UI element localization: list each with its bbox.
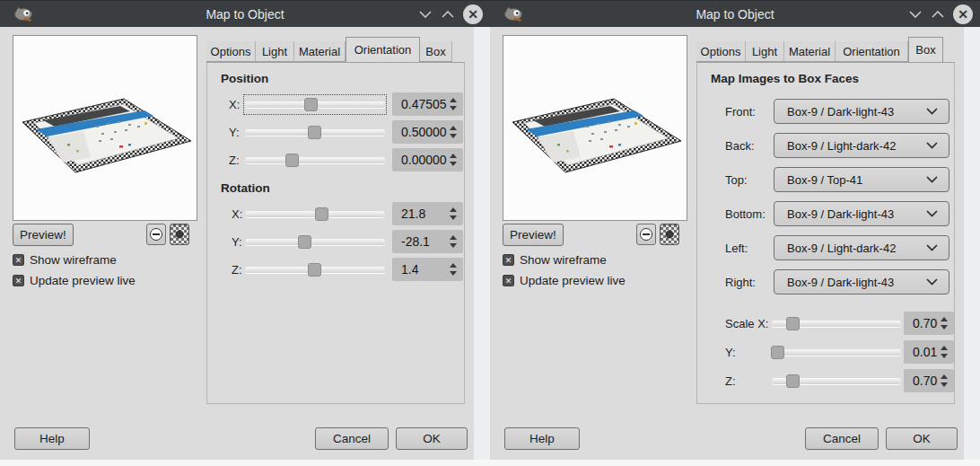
position-x-slider[interactable] [245, 96, 385, 113]
window-shade-button[interactable] [906, 6, 924, 22]
scale-x-spinbox[interactable]: 0.70 [904, 312, 954, 335]
window-close-button[interactable]: ✕ [463, 4, 483, 24]
rotation-z-spinbox[interactable]: 1.4 [392, 258, 463, 281]
slider-handle[interactable] [308, 263, 321, 277]
rotation-y-spinbox[interactable]: -28.1 [392, 230, 463, 253]
help-button[interactable]: Help [504, 427, 580, 450]
left-face-dropdown[interactable]: Box-9 / Light-dark-42 [774, 235, 949, 260]
window-maximize-button[interactable] [439, 6, 457, 22]
slider-track[interactable] [772, 321, 901, 327]
spin-up-icon[interactable] [941, 317, 948, 321]
slider-track[interactable] [772, 349, 901, 356]
slider-handle[interactable] [298, 235, 311, 249]
position-z-spinbox[interactable]: 0.00000 [392, 148, 463, 171]
tab-box[interactable]: Box [420, 41, 452, 62]
slider-handle[interactable] [308, 126, 321, 139]
scale-x-slider[interactable] [772, 315, 901, 332]
scale-z-slider[interactable] [772, 373, 901, 390]
spin-up-icon[interactable] [450, 126, 457, 130]
position-z-slider[interactable] [245, 152, 385, 169]
ok-button[interactable]: OK [886, 427, 958, 450]
spin-down-icon[interactable] [450, 271, 457, 276]
back-face-dropdown[interactable]: Box-9 / Light-dark-42 [774, 133, 949, 158]
rotation-x-spinbox[interactable]: 21.8 [392, 202, 463, 225]
spinner-arrows[interactable] [446, 148, 460, 171]
tab-light[interactable]: Light [746, 41, 784, 62]
spinner-arrows[interactable] [446, 202, 460, 225]
spin-up-icon[interactable] [450, 154, 457, 158]
spinner-arrows[interactable] [446, 120, 460, 144]
scale-z-spinbox[interactable]: 0.70 [904, 369, 954, 392]
zoom-out-button[interactable] [636, 224, 656, 245]
slider-track[interactable] [245, 101, 385, 108]
slider-track[interactable] [772, 378, 901, 384]
titlebar[interactable]: Map to Object ✕ [490, 0, 980, 27]
cancel-button[interactable]: Cancel [805, 427, 879, 450]
slider-handle[interactable] [315, 207, 328, 221]
help-button[interactable]: Help [14, 427, 90, 450]
spin-up-icon[interactable] [941, 346, 948, 350]
spin-up-icon[interactable] [941, 374, 948, 379]
slider-handle[interactable] [786, 374, 800, 388]
slider-track[interactable] [245, 267, 385, 273]
right-face-dropdown[interactable]: Box-9 / Dark-light-43 [774, 269, 949, 295]
position-x-spinbox[interactable]: 0.47505 [392, 92, 463, 116]
preview-button[interactable]: Preview! [13, 224, 74, 246]
ok-button[interactable]: OK [396, 427, 468, 450]
update-preview-live-checkbox[interactable]: Update preview live [13, 274, 136, 287]
rotation-x-slider[interactable] [245, 206, 385, 223]
zoom-out-button[interactable] [146, 224, 166, 245]
window-maximize-button[interactable] [929, 6, 947, 22]
position-y-slider[interactable] [245, 124, 385, 141]
scale-y-slider[interactable] [772, 344, 901, 361]
position-y-spinbox[interactable]: 0.50000 [392, 120, 463, 144]
spin-up-icon[interactable] [450, 207, 457, 212]
show-wireframe-checkbox[interactable]: Show wireframe [13, 253, 117, 267]
slider-track[interactable] [245, 157, 385, 163]
spin-up-icon[interactable] [450, 235, 457, 240]
slider-track[interactable] [245, 239, 385, 245]
preview-button[interactable]: Preview! [503, 224, 564, 246]
rotation-z-slider[interactable] [245, 261, 385, 278]
spinner-arrows[interactable] [937, 340, 951, 364]
spin-down-icon[interactable] [941, 354, 948, 358]
slider-track[interactable] [245, 211, 385, 217]
slider-handle[interactable] [771, 346, 784, 359]
rotation-y-slider[interactable] [245, 233, 385, 251]
tab-options[interactable]: Options [206, 41, 256, 62]
spin-down-icon[interactable] [450, 134, 457, 138]
spinner-arrows[interactable] [446, 258, 460, 281]
spinner-arrows[interactable] [446, 92, 460, 116]
checkerboard-toggle-button[interactable] [660, 224, 679, 245]
cancel-button[interactable]: Cancel [315, 427, 389, 450]
spin-down-icon[interactable] [941, 325, 948, 330]
slider-track[interactable] [245, 129, 385, 136]
spin-down-icon[interactable] [450, 243, 457, 248]
spin-down-icon[interactable] [450, 106, 457, 110]
bottom-face-dropdown[interactable]: Box-9 / Dark-light-43 [774, 201, 949, 226]
spin-down-icon[interactable] [450, 215, 457, 220]
slider-handle[interactable] [285, 154, 299, 167]
show-wireframe-checkbox[interactable]: Show wireframe [503, 253, 607, 267]
titlebar[interactable]: Map to Object ✕ [0, 0, 490, 27]
spin-down-icon[interactable] [941, 382, 948, 387]
slider-handle[interactable] [786, 317, 800, 330]
spinner-arrows[interactable] [446, 230, 460, 253]
scale-y-spinbox[interactable]: 0.01 [904, 340, 954, 364]
tab-material[interactable]: Material [784, 41, 836, 62]
spinner-arrows[interactable] [937, 369, 951, 392]
tab-box[interactable]: Box [908, 37, 943, 62]
window-shade-button[interactable] [416, 6, 434, 22]
tab-orientation[interactable]: Orientation [836, 41, 908, 62]
spinner-arrows[interactable] [937, 312, 951, 335]
spin-up-icon[interactable] [450, 98, 457, 102]
front-face-dropdown[interactable]: Box-9 / Dark-light-43 [774, 99, 949, 124]
spin-up-icon[interactable] [450, 263, 457, 268]
slider-handle[interactable] [304, 98, 318, 111]
top-face-dropdown[interactable]: Box-9 / Top-41 [774, 167, 949, 192]
tab-orientation[interactable]: Orientation [346, 37, 420, 62]
spin-down-icon[interactable] [450, 162, 457, 166]
checkerboard-toggle-button[interactable] [170, 224, 189, 245]
tab-options[interactable]: Options [696, 41, 746, 62]
tab-light[interactable]: Light [256, 41, 294, 62]
